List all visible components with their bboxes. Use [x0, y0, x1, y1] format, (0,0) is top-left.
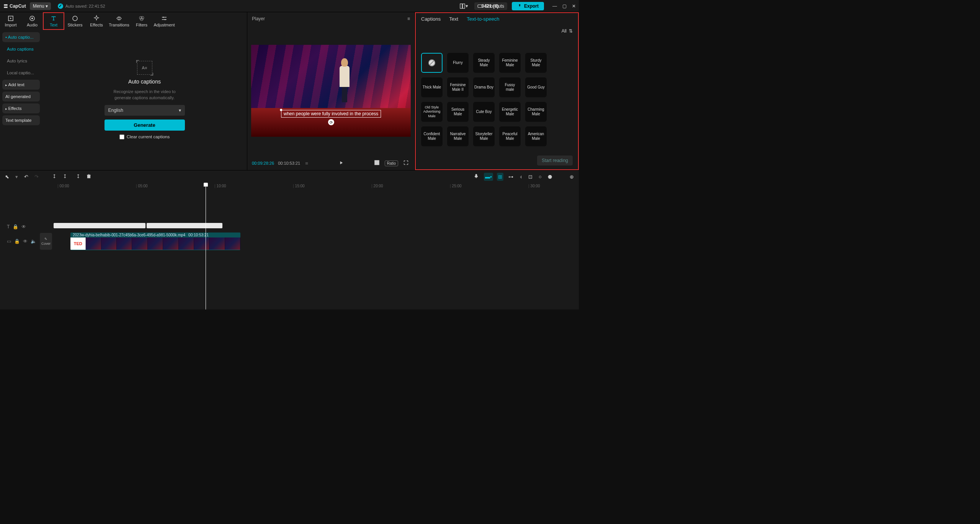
list-icon[interactable]: ≡: [304, 159, 309, 167]
video-preview[interactable]: when people were fully involved in the p…: [251, 45, 411, 137]
link-icon[interactable]: ⊶: [507, 173, 514, 181]
clip-thumb: [225, 237, 240, 250]
caption-clip[interactable]: [147, 223, 222, 228]
split-left-icon[interactable]: [62, 172, 70, 181]
magnet-icon[interactable]: ▬▪: [484, 173, 493, 181]
subnav-local-captions[interactable]: Local captio...: [2, 68, 40, 78]
svg-rect-0: [460, 4, 462, 8]
playhead[interactable]: [206, 183, 206, 309]
subnav-ai-generated[interactable]: AI generated: [2, 92, 40, 102]
menu-button[interactable]: Menu ▾: [30, 2, 51, 10]
link-preview-icon[interactable]: ⊞: [497, 173, 503, 181]
voice-american-male[interactable]: American Male: [525, 126, 547, 146]
filter-icon[interactable]: ⇅: [569, 28, 573, 34]
svg-point-11: [165, 19, 166, 20]
subnav-effects[interactable]: Effects: [2, 103, 40, 113]
player-menu-icon[interactable]: ≡: [407, 16, 410, 21]
crop-icon[interactable]: ⊡: [527, 173, 534, 181]
tab-transitions[interactable]: Transitions: [107, 12, 131, 30]
voice-flurry[interactable]: Flurry: [447, 53, 469, 73]
rp-tab-captions[interactable]: Captions: [421, 16, 441, 22]
zoom-fit-icon[interactable]: [373, 159, 381, 168]
marker-icon[interactable]: ⬣: [547, 173, 553, 181]
cover-button[interactable]: ✎ Cover: [40, 233, 52, 250]
zoom-out-icon[interactable]: ○: [537, 173, 543, 181]
timeline-ruler[interactable]: 00:00 05:00 10:00 15:00 20:00 25:00 30:0…: [54, 183, 579, 190]
clip-thumb: [148, 237, 163, 250]
filter-all[interactable]: All: [562, 28, 567, 34]
tab-import[interactable]: Import: [0, 12, 21, 30]
tab-adjustment[interactable]: Adjustment: [152, 12, 176, 30]
voice-confident-male[interactable]: Confident Male: [421, 126, 443, 146]
redo-button[interactable]: ↷: [33, 173, 40, 181]
eye-icon[interactable]: 👁: [21, 224, 26, 229]
select-dropdown[interactable]: ▾: [14, 173, 19, 181]
refresh-icon[interactable]: ⟳: [328, 119, 334, 125]
check-icon: ✓: [58, 3, 63, 9]
clip-thumb: [194, 237, 209, 250]
voice-cute-boy[interactable]: Cute Boy: [473, 102, 495, 122]
language-select[interactable]: English ▾: [105, 105, 185, 116]
tab-filters[interactable]: Filters: [131, 12, 152, 30]
ratio-button[interactable]: Ratio: [385, 160, 398, 166]
lock-icon[interactable]: 🔒: [13, 224, 18, 229]
subnav-auto-captions[interactable]: Auto captions: [2, 44, 40, 54]
select-tool[interactable]: ⬉: [4, 173, 10, 181]
fullscreen-icon[interactable]: [402, 159, 410, 168]
voice-serious-male[interactable]: Serious Male: [447, 102, 469, 122]
subnav-auto-lyrics[interactable]: Auto lyrics: [2, 56, 40, 66]
tab-stickers[interactable]: Stickers: [64, 12, 86, 30]
voice-drama-boy[interactable]: Drama Boy: [473, 77, 495, 97]
voice-sturdy-male[interactable]: Sturdy Male: [525, 53, 547, 73]
zoom-fit-timeline-icon[interactable]: ⊕: [568, 173, 575, 181]
clip-thumb: [209, 237, 225, 250]
lock-icon[interactable]: 🔒: [14, 239, 20, 244]
upload-icon: [517, 3, 522, 8]
subnav-add-text[interactable]: Add text: [2, 80, 40, 90]
split-right-icon[interactable]: [74, 172, 81, 181]
voice-feminine-male-ii[interactable]: Feminine Male II: [447, 77, 469, 97]
voice-good-guy[interactable]: Good Guy: [525, 77, 547, 97]
clear-captions-checkbox[interactable]: Clear current captions: [119, 134, 170, 139]
delete-icon[interactable]: [85, 172, 93, 181]
voice-storyteller-male[interactable]: Storyteller Male: [473, 126, 495, 146]
generate-button[interactable]: Generate: [105, 120, 185, 131]
voice-none[interactable]: [421, 53, 443, 73]
svg-rect-15: [88, 175, 90, 178]
voice-fussy-male[interactable]: Fussy male: [499, 77, 521, 97]
play-button[interactable]: [337, 159, 345, 168]
close-button[interactable]: ✕: [572, 3, 576, 9]
maximize-button[interactable]: ▢: [562, 3, 567, 9]
voice-old-style-advertising-male[interactable]: Old Style Advertising Male: [421, 102, 443, 122]
clip-thumb: [132, 237, 147, 250]
undo-button[interactable]: ↶: [23, 173, 29, 181]
tab-effects[interactable]: Effects: [86, 12, 107, 30]
voice-energetic-male[interactable]: Energetic Male: [499, 102, 521, 122]
rp-tab-tts[interactable]: Text-to-speech: [467, 16, 499, 22]
caption-overlay[interactable]: when people were fully involved in the p…: [281, 110, 381, 118]
voice-thick-male[interactable]: Thick Male: [421, 77, 443, 97]
eye-icon[interactable]: 👁: [23, 239, 28, 244]
subnav-text-template[interactable]: Text template: [2, 115, 40, 125]
export-button[interactable]: Export: [512, 2, 544, 10]
video-clip[interactable]: 2023w-dyhia-belhabib-001-27c45b6a-3ce6-4…: [70, 233, 240, 250]
rp-tab-text[interactable]: Text: [449, 16, 458, 22]
tab-audio[interactable]: Audio: [21, 12, 43, 30]
subnav-auto-captions-header[interactable]: • Auto captio...: [2, 32, 40, 42]
layout-button[interactable]: ▾: [458, 2, 470, 10]
align-icon[interactable]: ⫞: [518, 173, 523, 181]
caption-clip[interactable]: [54, 223, 145, 228]
start-reading-button[interactable]: Start reading: [537, 156, 573, 165]
voice-charming-male[interactable]: Charming Male: [525, 102, 547, 122]
voice-feminine-male[interactable]: Feminine Male: [499, 53, 521, 73]
minimize-button[interactable]: —: [552, 3, 557, 9]
voice-steady-male[interactable]: Steady Male: [473, 53, 495, 73]
mute-icon[interactable]: 🔈: [31, 239, 36, 244]
voice-peaceful-male[interactable]: Peaceful Male: [499, 126, 521, 146]
project-name: 0421 (4): [482, 3, 499, 9]
mic-icon[interactable]: [472, 172, 480, 181]
split-icon[interactable]: [51, 172, 58, 181]
voice-narrative-male[interactable]: Narrative Male: [447, 126, 469, 146]
tab-text[interactable]: Text: [43, 12, 64, 30]
auto-captions-desc: Recognize speech in the video togenerate…: [113, 88, 175, 101]
